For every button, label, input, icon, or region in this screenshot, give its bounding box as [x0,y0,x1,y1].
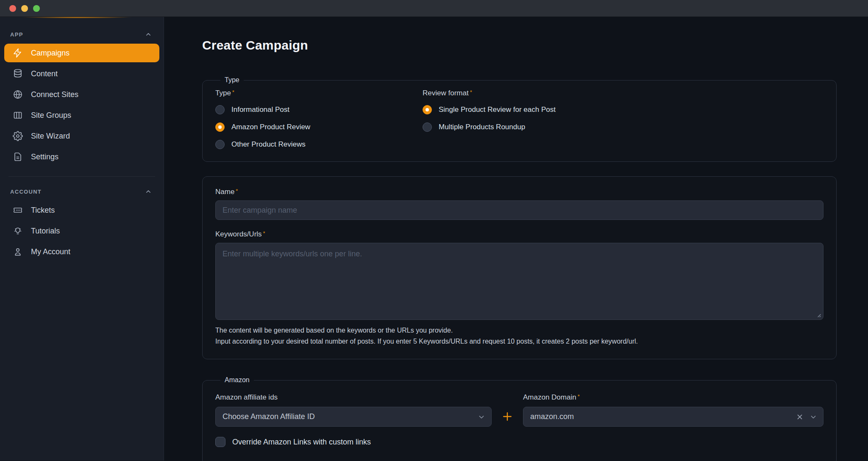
sidebar-section-app-title: APP [10,31,23,38]
lightbulb-icon [13,226,23,236]
amazon-domain-label: Amazon Domain* [523,393,823,402]
resize-grip-icon[interactable] [814,311,822,318]
affiliate-ids-label: Amazon affiliate ids [215,393,492,402]
sidebar-item-label: Site Groups [31,111,71,120]
name-label: Name* [215,188,823,196]
amazon-section-legend: Amazon [220,376,254,384]
radio-option-multiple-products-roundup[interactable]: Multiple Products Roundup [423,122,823,132]
sidebar-section-account-title: ACCOUNT [10,189,42,195]
radio-option-single-product-review[interactable]: Single Product Review for each Post [423,105,823,115]
app-shell: APP Campaigns Content Connect Sites [0,17,868,461]
sidebar: APP Campaigns Content Connect Sites [0,17,164,461]
amazon-section: Amazon Amazon affiliate ids Choose Amazo… [202,376,837,461]
required-asterisk: * [470,89,472,95]
radio-icon-selected[interactable] [215,122,225,132]
radio-option-other-product-reviews[interactable]: Other Product Reviews [215,139,423,150]
sidebar-item-label: Tutorials [31,227,60,236]
keywords-textarea[interactable] [215,243,823,320]
sidebar-item-site-groups[interactable]: Site Groups [4,106,159,125]
sidebar-section-account-header[interactable]: ACCOUNT [0,184,164,199]
radio-icon[interactable] [423,122,432,132]
sidebar-top-glow [8,17,151,19]
chevron-down-icon[interactable] [809,412,818,422]
radio-icon-selected[interactable] [423,105,432,114]
sidebar-item-label: My Account [31,247,70,256]
chevron-up-icon[interactable] [144,30,153,39]
main-content: Create Campaign Type Type* Informational… [164,17,868,461]
radio-option-informational-post[interactable]: Informational Post [215,105,423,115]
sidebar-item-content[interactable]: Content [4,64,159,83]
window-controls [9,5,40,12]
review-format-radio-group: Review format* Single Product Review for… [423,89,823,150]
helper-line-1: The content will be generated based on t… [215,325,823,336]
sidebar-item-tickets[interactable]: Tickets [4,201,159,219]
sidebar-item-settings[interactable]: Settings [4,147,159,166]
sidebar-item-label: Site Wizard [31,132,70,141]
add-affiliate-id-button[interactable] [501,410,514,423]
affiliate-id-select-value: Choose Amazon Affiliate ID [223,412,315,421]
zoom-window-button[interactable] [33,5,40,12]
keywords-label: Keywords/Urls* [215,230,823,239]
type-section: Type Type* Informational Post Amazon Pro… [202,76,837,162]
database-icon [13,69,23,79]
type-group-label: Type* [215,89,423,97]
sidebar-item-label: Content [31,69,58,78]
person-icon [13,247,23,257]
override-links-checkbox[interactable] [215,437,225,447]
review-format-group-label: Review format* [423,89,823,97]
affiliate-id-select[interactable]: Choose Amazon Affiliate ID [215,407,492,427]
sidebar-item-campaigns[interactable]: Campaigns [4,44,159,62]
override-links-label: Override Amazon Links with custom links [232,438,371,447]
sidebar-item-label: Settings [31,153,58,161]
sidebar-item-label: Connect Sites [31,90,78,99]
required-asterisk: * [578,393,580,400]
close-window-button[interactable] [9,5,16,12]
campaign-name-input[interactable] [215,200,823,220]
radio-icon[interactable] [215,140,225,149]
required-asterisk: * [232,89,234,95]
sidebar-item-connect-sites[interactable]: Connect Sites [4,85,159,104]
globe-icon [13,89,23,100]
chevron-up-icon[interactable] [144,187,153,196]
gear-icon [13,131,23,141]
helper-line-2: Input according to your desired total nu… [215,336,823,347]
page-title: Create Campaign [202,38,837,53]
chevron-down-icon[interactable] [477,412,486,422]
sidebar-section-app-header[interactable]: APP [0,27,164,42]
amazon-domain-select-value: amazon.com [530,412,574,421]
sidebar-divider [8,176,155,177]
keywords-helper-text: The content will be generated based on t… [215,325,823,347]
required-asterisk: * [263,230,265,236]
type-section-legend: Type [220,76,244,84]
sidebar-item-label: Tickets [31,206,55,215]
sidebar-item-tutorials[interactable]: Tutorials [4,222,159,240]
window-titlebar [0,0,868,17]
columns-icon [13,110,23,120]
minimize-window-button[interactable] [21,5,28,12]
radio-option-amazon-product-review[interactable]: Amazon Product Review [215,122,423,132]
amazon-domain-select[interactable]: amazon.com [523,407,823,427]
sidebar-item-site-wizard[interactable]: Site Wizard [4,127,159,145]
ticket-icon [13,205,23,215]
document-icon [13,152,23,162]
clear-icon[interactable] [795,412,804,422]
sidebar-item-my-account[interactable]: My Account [4,242,159,261]
sidebar-item-label: Campaigns [31,49,70,58]
required-asterisk: * [236,188,238,194]
details-section: Name* Keywords/Urls* The content will be… [202,176,837,359]
override-links-row[interactable]: Override Amazon Links with custom links [215,437,823,447]
lightning-bolt-icon [13,48,23,58]
type-radio-group: Type* Informational Post Amazon Product … [215,89,423,150]
radio-icon[interactable] [215,105,225,114]
